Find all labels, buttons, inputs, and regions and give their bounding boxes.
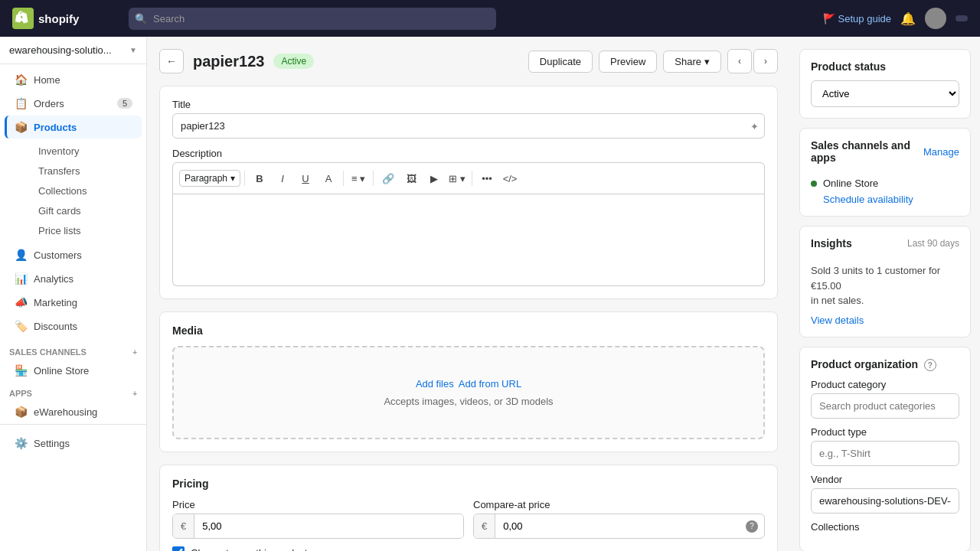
sidebar-item-transfers[interactable]: Transfers <box>32 161 142 181</box>
apps-expand-icon[interactable]: + <box>132 390 137 398</box>
discounts-icon: 🏷️ <box>14 320 28 332</box>
divider-1 <box>244 171 245 186</box>
category-input[interactable] <box>811 393 959 419</box>
paragraph-select[interactable]: Paragraph ▾ <box>179 170 240 187</box>
price-input-wrap: € <box>172 514 464 539</box>
sidebar-item-online-store[interactable]: 🏪 Online Store <box>5 359 142 382</box>
share-button[interactable]: Share ▾ <box>663 51 721 73</box>
title-input[interactable] <box>172 113 765 139</box>
align-button[interactable]: ≡ ▾ <box>348 168 369 189</box>
underline-button[interactable]: U <box>295 168 316 189</box>
add-files-button[interactable]: Add files <box>416 378 454 390</box>
prev-arrow[interactable]: ‹ <box>727 49 752 73</box>
table-button[interactable]: ⊞ ▾ <box>446 168 468 189</box>
sidebar-item-ewarehousing-label: eWarehousing <box>34 406 97 418</box>
product-status-select[interactable]: Active Draft <box>811 80 959 107</box>
sidebar-item-marketing[interactable]: 📣 Marketing <box>5 291 142 314</box>
sidebar-item-discounts[interactable]: 🏷️ Discounts <box>5 315 142 337</box>
editor-body[interactable] <box>172 194 765 286</box>
products-icon: 📦 <box>14 121 28 133</box>
view-details-link[interactable]: View details <box>811 315 959 326</box>
user-avatar[interactable] <box>925 8 946 29</box>
add-from-url-button[interactable]: Add from URL <box>459 378 521 390</box>
online-store-channel: Online Store <box>811 178 959 189</box>
price-input[interactable] <box>194 514 463 538</box>
media-dropzone[interactable]: Add files Add from URL Accepts images, v… <box>172 346 765 439</box>
editor-toolbar: Paragraph ▾ B I U A ≡ ▾ 🔗 🖼 ▶ ⊞ ▾ ••• </… <box>172 162 765 194</box>
insights-period: Last 90 days <box>907 238 959 249</box>
more-button[interactable]: ••• <box>476 168 498 189</box>
paragraph-label: Paragraph <box>185 173 227 184</box>
sidebar-item-orders[interactable]: 📋 Orders 5 <box>5 92 142 115</box>
divider-3 <box>373 171 374 186</box>
notifications-bell[interactable]: 🔔 <box>900 11 916 26</box>
back-button[interactable]: ← <box>159 49 184 73</box>
sidebar-item-price-lists[interactable]: Price lists <box>32 221 142 240</box>
sidebar-item-discounts-label: Discounts <box>34 321 77 332</box>
setup-guide-label: Setup guide <box>838 13 891 24</box>
compare-help-icon[interactable]: ? <box>746 520 758 533</box>
online-store-icon: 🏪 <box>14 364 28 377</box>
text-color-button[interactable]: A <box>318 168 339 189</box>
channels-header: Sales channels and apps Manage <box>811 139 959 164</box>
compare-input-wrap: € ? <box>473 514 765 539</box>
product-org-card: Product organization ? Product category … <box>799 347 971 552</box>
sidebar-item-inventory[interactable]: Inventory <box>32 142 142 161</box>
charge-tax-checkbox[interactable] <box>172 546 185 551</box>
setup-guide-link[interactable]: 🚩 Setup guide <box>823 13 891 24</box>
sidebar-item-customers[interactable]: 👤 Customers <box>5 243 142 266</box>
flag-icon: 🚩 <box>823 13 835 24</box>
manage-link[interactable]: Manage <box>923 146 959 158</box>
page-actions: Duplicate Preview Share ▾ ‹ › <box>528 49 778 73</box>
sidebar-item-collections[interactable]: Collections <box>32 181 142 201</box>
online-store-channel-name: Online Store <box>823 178 878 189</box>
share-label: Share <box>675 56 701 67</box>
compare-field: Compare-at price € ? <box>473 499 765 539</box>
channels-title: Sales channels and apps <box>811 139 923 164</box>
sidebar-item-home[interactable]: 🏠 Home <box>5 68 142 91</box>
marketing-icon: 📣 <box>14 296 28 308</box>
duplicate-button[interactable]: Duplicate <box>528 51 593 73</box>
bold-button[interactable]: B <box>249 168 270 189</box>
vendor-input[interactable] <box>811 488 959 514</box>
sidebar-item-settings[interactable]: ⚙️ Settings <box>5 432 142 455</box>
nav-right: 🚩 Setup guide 🔔 <box>823 8 968 29</box>
sidebar-item-online-store-label: Online Store <box>34 365 89 377</box>
sidebar-item-customers-label: Customers <box>34 249 82 261</box>
org-title: Product organization ? <box>811 358 959 372</box>
price-currency: € <box>173 514 194 538</box>
link-button[interactable]: 🔗 <box>377 168 399 189</box>
price-field: Price € <box>172 499 464 539</box>
preview-button[interactable]: Preview <box>599 51 657 73</box>
media-accepts-text: Accepts images, videos, or 3D models <box>204 396 733 407</box>
sidebar-item-products[interactable]: 📦 Products <box>5 116 142 139</box>
sidebar-item-analytics[interactable]: 📊 Analytics <box>5 267 142 290</box>
insights-header: Insights Last 90 days <box>811 237 959 249</box>
type-input[interactable] <box>811 441 959 466</box>
schedule-link[interactable]: Schedule availability <box>823 194 913 205</box>
sidebar-item-ewarehousing[interactable]: 📦 eWarehousing <box>5 400 142 423</box>
online-store-dot <box>811 181 817 187</box>
insights-title: Insights <box>811 237 852 249</box>
divider-2 <box>343 171 344 186</box>
store-indicator <box>956 15 968 21</box>
store-selector[interactable]: ewarehousing-solutio... ▼ <box>0 37 146 64</box>
org-help-icon[interactable]: ? <box>924 359 936 371</box>
italic-button[interactable]: I <box>272 168 293 189</box>
next-arrow[interactable]: › <box>753 49 778 73</box>
search-icon: 🔍 <box>135 13 147 24</box>
compare-input[interactable] <box>495 514 740 538</box>
video-button[interactable]: ▶ <box>423 168 445 189</box>
expand-icon[interactable]: + <box>132 348 137 357</box>
page-header: ← papier123 Active Duplicate Preview Sha… <box>159 49 778 73</box>
type-label: Product type <box>811 426 959 438</box>
search-input[interactable] <box>129 8 496 30</box>
image-button[interactable]: 🖼 <box>400 168 422 189</box>
sidebar-item-gift-cards[interactable]: Gift cards <box>32 201 142 220</box>
vendor-section: Vendor <box>811 474 959 514</box>
sidebar-item-products-label: Products <box>34 122 77 133</box>
status-badge: Active <box>273 54 314 69</box>
store-name-label: ewarehousing-solutio... <box>9 44 112 56</box>
code-button[interactable]: </> <box>499 168 521 189</box>
sales-channels-card: Sales channels and apps Manage Online St… <box>799 128 971 217</box>
